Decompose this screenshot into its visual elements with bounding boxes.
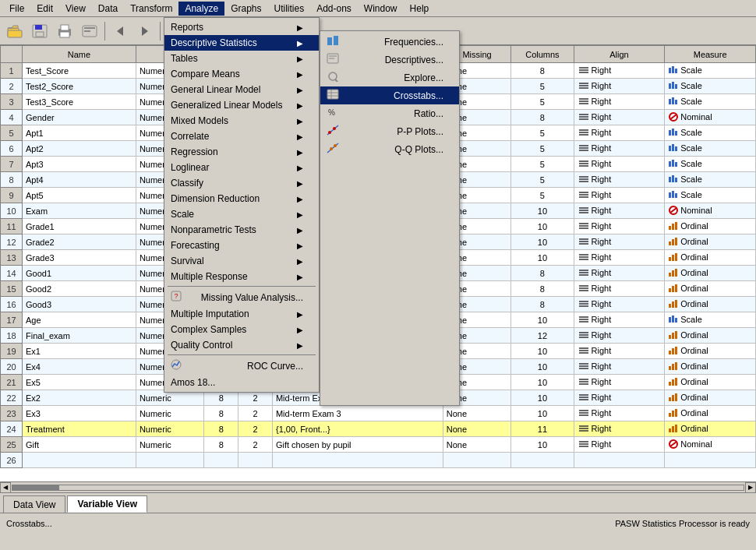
cell-name[interactable]: Good1 xyxy=(23,266,136,281)
menu-transform[interactable]: Transform xyxy=(124,2,178,16)
desc-explore[interactable]: Explore... xyxy=(320,69,459,86)
cell-columns[interactable]: 5 xyxy=(511,94,574,110)
cell-align[interactable]: Right xyxy=(574,141,665,157)
cell-dec[interactable] xyxy=(238,453,273,468)
cell-name[interactable]: Ex4 xyxy=(23,359,136,375)
col-name[interactable]: Name xyxy=(23,46,136,63)
analyze-regression[interactable]: Regression▶ xyxy=(164,144,319,160)
cell-columns[interactable]: 10 xyxy=(511,406,574,421)
analyze-survival[interactable]: Survival▶ xyxy=(164,253,319,269)
dialog-button[interactable] xyxy=(78,19,101,43)
cell-align[interactable]: Right xyxy=(574,344,665,359)
cell-align[interactable]: Right xyxy=(574,219,665,234)
desc-descriptives[interactable]: Descriptives... xyxy=(320,51,459,69)
cell-columns[interactable]: 5 xyxy=(511,172,574,188)
cell-measure[interactable]: Nominal xyxy=(665,203,756,219)
cell-name[interactable]: Gender xyxy=(23,110,136,125)
desc-ratio[interactable]: % Ratio... xyxy=(320,104,459,122)
cell-dec[interactable]: 2 xyxy=(238,421,273,437)
cell-name[interactable]: Treatment xyxy=(23,421,136,437)
cell-align[interactable] xyxy=(574,453,665,468)
cell-measure[interactable]: Scale xyxy=(665,172,756,188)
cell-columns[interactable]: 10 xyxy=(511,312,574,328)
cell-measure[interactable] xyxy=(665,453,756,468)
cell-measure[interactable]: Ordinal xyxy=(665,250,756,266)
cell-columns[interactable]: 5 xyxy=(511,125,574,141)
cell-type[interactable]: Numeric xyxy=(136,437,204,453)
menu-addons[interactable]: Add-ons xyxy=(310,2,358,16)
menu-file[interactable]: File xyxy=(3,2,30,16)
analyze-dimreduc[interactable]: Dimension Reduction▶ xyxy=(164,191,319,206)
cell-align[interactable]: Right xyxy=(574,203,665,219)
cell-name[interactable]: Grade3 xyxy=(23,250,136,266)
cell-missing[interactable]: None xyxy=(443,421,511,437)
analyze-multiresponse[interactable]: Multiple Response▶ xyxy=(164,269,319,284)
cell-columns[interactable]: 10 xyxy=(511,219,574,234)
cell-measure[interactable]: Scale xyxy=(665,125,756,141)
menu-data[interactable]: Data xyxy=(92,2,124,16)
cell-name[interactable]: Apt4 xyxy=(23,172,136,188)
cell-align[interactable]: Right xyxy=(574,281,665,297)
cell-measure[interactable]: Ordinal xyxy=(665,344,756,359)
cell-name[interactable]: Grade1 xyxy=(23,219,136,234)
analyze-tables[interactable]: Tables▶ xyxy=(164,51,319,66)
cell-name[interactable]: Ex1 xyxy=(23,344,136,359)
cell-align[interactable]: Right xyxy=(574,297,665,312)
cell-values[interactable] xyxy=(272,453,443,468)
cell-width[interactable]: 8 xyxy=(204,437,238,453)
cell-columns[interactable]: 8 xyxy=(511,297,574,312)
menu-analyze[interactable]: Analyze xyxy=(178,2,224,16)
cell-measure[interactable]: Ordinal xyxy=(665,390,756,406)
scrollbar-track[interactable] xyxy=(12,485,744,491)
cell-align[interactable]: Right xyxy=(574,312,665,328)
scroll-right-btn[interactable]: ▶ xyxy=(745,482,756,493)
cell-align[interactable]: Right xyxy=(574,421,665,437)
cell-columns[interactable] xyxy=(511,453,574,468)
cell-dec[interactable]: 2 xyxy=(238,406,273,421)
desc-pp[interactable]: P-P Plots... xyxy=(320,122,459,140)
scrollbar-thumb[interactable] xyxy=(12,485,59,490)
cell-measure[interactable]: Scale xyxy=(665,94,756,110)
analyze-complex[interactable]: Complex Samples▶ xyxy=(164,322,319,337)
cell-values[interactable]: Mid-term Exam 3 xyxy=(272,406,443,421)
analyze-mixed[interactable]: Mixed Models▶ xyxy=(164,113,319,129)
cell-values[interactable]: Gift chosen by pupil xyxy=(272,437,443,453)
analyze-missing[interactable]: ? Missing Value Analysis... xyxy=(164,288,319,306)
desc-frequencies[interactable]: Frequencies... xyxy=(320,33,459,51)
cell-align[interactable]: Right xyxy=(574,234,665,250)
cell-align[interactable]: Right xyxy=(574,406,665,421)
desc-qq[interactable]: Q-Q Plots... xyxy=(320,140,459,158)
cell-name[interactable]: Apt3 xyxy=(23,157,136,172)
analyze-quality[interactable]: Quality Control▶ xyxy=(164,337,319,353)
cell-name[interactable] xyxy=(23,453,136,468)
cell-width[interactable]: 8 xyxy=(204,406,238,421)
horizontal-scrollbar[interactable]: ◀ ▶ xyxy=(0,481,756,492)
cell-name[interactable]: Test3_Score xyxy=(23,94,136,110)
cell-name[interactable]: Apt1 xyxy=(23,125,136,141)
back-button[interactable] xyxy=(108,19,132,43)
cell-align[interactable]: Right xyxy=(574,110,665,125)
cell-columns[interactable]: 10 xyxy=(511,250,574,266)
cell-align[interactable]: Right xyxy=(574,250,665,266)
cell-align[interactable]: Right xyxy=(574,188,665,203)
cell-name[interactable]: Good2 xyxy=(23,281,136,297)
cell-columns[interactable]: 10 xyxy=(511,390,574,406)
cell-columns[interactable]: 10 xyxy=(511,344,574,359)
cell-columns[interactable]: 10 xyxy=(511,375,574,390)
analyze-genlin[interactable]: Generalized Linear Models▶ xyxy=(164,97,319,113)
cell-name[interactable]: Test_Score xyxy=(23,63,136,79)
cell-align[interactable]: Right xyxy=(574,266,665,281)
analyze-compare[interactable]: Compare Means▶ xyxy=(164,66,319,82)
cell-missing[interactable]: None xyxy=(443,406,511,421)
analyze-scale[interactable]: Scale▶ xyxy=(164,206,319,222)
cell-align[interactable]: Right xyxy=(574,390,665,406)
cell-missing[interactable] xyxy=(443,453,511,468)
cell-align[interactable]: Right xyxy=(574,63,665,79)
menu-utilities[interactable]: Utilities xyxy=(267,2,310,16)
cell-measure[interactable]: Nominal xyxy=(665,110,756,125)
cell-type[interactable] xyxy=(136,453,204,468)
cell-columns[interactable]: 10 xyxy=(511,203,574,219)
col-align[interactable]: Align xyxy=(574,46,665,63)
cell-align[interactable]: Right xyxy=(574,125,665,141)
cell-type[interactable]: Numeric xyxy=(136,421,204,437)
